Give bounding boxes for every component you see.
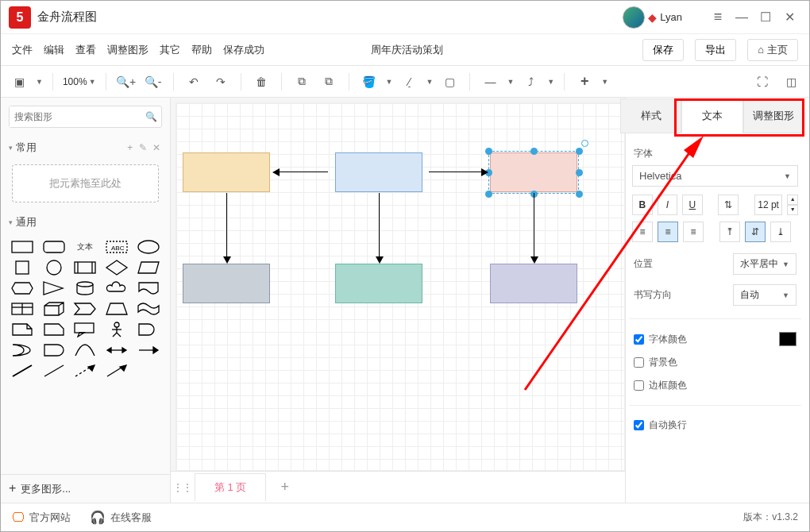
shape-document[interactable] xyxy=(137,280,160,296)
search-icon[interactable]: 🔍 xyxy=(141,106,161,127)
shape-dline[interactable] xyxy=(10,363,34,379)
shape-dasharrow[interactable] xyxy=(73,363,97,379)
shape-card[interactable] xyxy=(42,322,66,337)
font-color-swatch[interactable] xyxy=(779,332,796,346)
zoom-level[interactable]: 100% xyxy=(63,76,87,87)
shape-curve[interactable] xyxy=(73,342,97,358)
size-down[interactable]: ▼ xyxy=(787,205,798,215)
minimize-button[interactable]: — xyxy=(730,10,754,25)
shape-biarrow[interactable] xyxy=(105,342,129,358)
valign-bottom-button[interactable]: ⤓ xyxy=(770,222,791,242)
shape-node[interactable] xyxy=(183,264,270,303)
shape-ellipse[interactable] xyxy=(137,239,160,255)
bg-color-check[interactable] xyxy=(634,357,644,368)
border-color-check[interactable] xyxy=(634,380,644,391)
direction-select[interactable]: 自动▼ xyxy=(733,284,796,306)
shape-conn[interactable] xyxy=(105,363,129,379)
menu-other[interactable]: 其它 xyxy=(160,43,180,57)
shape-datastore[interactable] xyxy=(42,342,66,358)
zoom-in-icon[interactable]: 🔍+ xyxy=(116,71,137,93)
position-select[interactable]: 水平居中▼ xyxy=(733,253,796,275)
zoom-out-icon[interactable]: 🔍- xyxy=(143,71,164,93)
search-input[interactable]: 🔍 xyxy=(9,106,162,128)
section-tools[interactable]: + ✎ ✕ xyxy=(127,142,162,153)
shape-cloud[interactable] xyxy=(105,280,129,296)
align-left-button[interactable]: ≡ xyxy=(632,222,653,242)
section-general[interactable]: 通用 xyxy=(16,215,37,229)
shape-cube[interactable] xyxy=(42,301,66,317)
shape-circle[interactable] xyxy=(42,260,66,276)
valign-top-button[interactable]: ⤒ xyxy=(719,222,740,242)
waypoint-icon[interactable]: ⤴ xyxy=(520,71,541,93)
username[interactable]: Lyan xyxy=(660,11,682,23)
page-tab[interactable]: 第 1 页 xyxy=(195,473,266,501)
shape-node[interactable] xyxy=(335,264,422,303)
shape-tape[interactable] xyxy=(137,301,160,317)
hamburger-icon[interactable]: ≡ xyxy=(706,9,730,25)
section-common[interactable]: 常用 xyxy=(16,141,37,155)
underline-button[interactable]: U xyxy=(682,195,703,215)
wrap-check[interactable] xyxy=(634,420,644,430)
maximize-button[interactable]: ☐ xyxy=(754,10,777,25)
tab-adjust[interactable]: 调整图形 xyxy=(743,98,804,133)
shape-arrow[interactable] xyxy=(137,342,160,358)
shape-triangle[interactable] xyxy=(42,280,66,296)
export-button[interactable]: 导出 xyxy=(695,39,736,61)
size-up[interactable]: ▲ xyxy=(787,195,798,205)
shape-node[interactable] xyxy=(183,152,270,192)
to-back-icon[interactable]: ⧉ xyxy=(318,71,339,93)
canvas[interactable] xyxy=(176,102,625,471)
save-button[interactable]: 保存 xyxy=(642,39,684,61)
menu-view[interactable]: 查看 xyxy=(75,43,96,57)
bold-button[interactable]: B xyxy=(632,195,653,215)
menu-adjust[interactable]: 调整图形 xyxy=(107,43,148,57)
more-shapes[interactable]: 更多图形... xyxy=(21,483,71,495)
user-avatar[interactable] xyxy=(623,6,645,29)
vertical-text-button[interactable]: ⇅ xyxy=(718,195,739,215)
line-color-icon[interactable]: ⁄ xyxy=(399,71,419,93)
shape-node[interactable] xyxy=(490,264,577,303)
layout-icon[interactable]: ▣ xyxy=(9,71,29,93)
menu-file[interactable]: 文件 xyxy=(12,43,33,57)
shape-note[interactable] xyxy=(10,322,34,337)
shape-parallelogram[interactable] xyxy=(137,260,160,276)
redo-icon[interactable]: ↷ xyxy=(210,71,231,93)
font-color-check[interactable] xyxy=(634,334,644,345)
close-button[interactable]: ✕ xyxy=(777,10,801,25)
shape-node[interactable] xyxy=(335,152,422,192)
add-page-button[interactable]: + xyxy=(280,479,289,495)
shape-textbox[interactable]: ABC xyxy=(105,239,129,255)
add-icon[interactable]: + xyxy=(574,71,595,93)
shape-diamond[interactable] xyxy=(105,260,129,276)
shape-cylinder[interactable] xyxy=(73,280,97,296)
document-title[interactable]: 周年庆活动策划 xyxy=(371,43,443,57)
official-site-link[interactable]: 🖵官方网站 xyxy=(12,511,71,525)
font-size[interactable]: 12 pt xyxy=(754,195,782,215)
align-right-button[interactable]: ≡ xyxy=(683,222,704,242)
page-handle-icon[interactable]: ⋮⋮ xyxy=(171,482,195,493)
menu-help[interactable]: 帮助 xyxy=(191,43,212,57)
font-select[interactable]: Helvetica▼ xyxy=(632,165,798,187)
shape-actor[interactable] xyxy=(105,322,129,337)
shape-or[interactable] xyxy=(10,342,34,358)
dropzone[interactable]: 把元素拖至此处 xyxy=(12,164,159,202)
shape-square[interactable] xyxy=(10,260,34,276)
shape-process[interactable] xyxy=(73,260,97,276)
fill-icon[interactable]: 🪣 xyxy=(359,71,380,93)
undo-icon[interactable]: ↶ xyxy=(183,71,204,93)
fullscreen-icon[interactable]: ⛶ xyxy=(752,71,773,93)
customer-service-link[interactable]: 🎧在线客服 xyxy=(90,510,152,525)
shape-table[interactable] xyxy=(10,301,34,317)
connector-icon[interactable]: — xyxy=(480,71,500,93)
to-front-icon[interactable]: ⧉ xyxy=(291,71,312,93)
shape-step[interactable] xyxy=(73,301,97,317)
shape-hexagon[interactable] xyxy=(10,280,34,296)
shape-rect[interactable] xyxy=(10,239,34,255)
shape-and[interactable] xyxy=(137,322,160,337)
valign-middle-button[interactable]: ⇵ xyxy=(745,222,766,242)
shape-callout[interactable] xyxy=(73,322,97,337)
tab-text[interactable]: 文本 xyxy=(681,98,742,133)
delete-icon[interactable]: 🗑 xyxy=(251,71,272,93)
shape-text[interactable]: 文本 xyxy=(73,239,97,255)
tab-style[interactable]: 样式 xyxy=(620,98,681,133)
